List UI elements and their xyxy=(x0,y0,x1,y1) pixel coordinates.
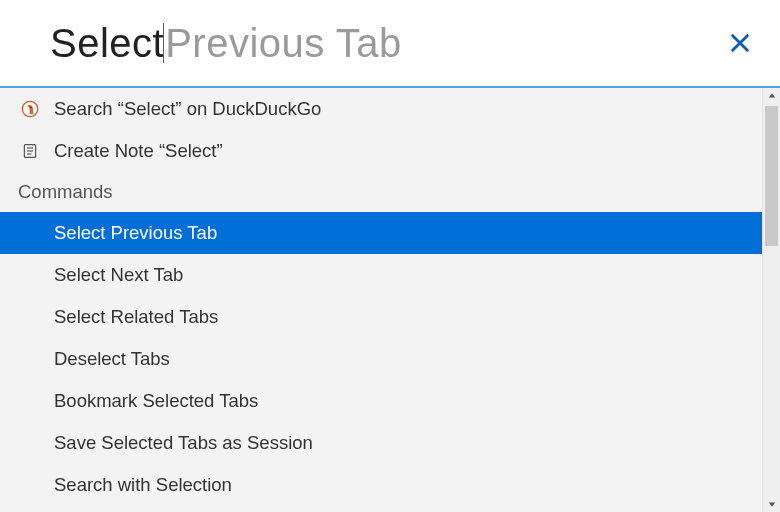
section-heading-commands: Commands xyxy=(0,172,762,212)
results-area: Search “Select” on DuckDuckGo Create Not… xyxy=(0,88,780,512)
svg-point-2 xyxy=(30,107,32,109)
search-input[interactable]: Select Previous Tab xyxy=(50,13,720,73)
command-select-related-tabs[interactable]: Select Related Tabs xyxy=(0,296,762,338)
command-label: Bookmark Selected Tabs xyxy=(54,390,258,412)
scroll-thumb[interactable] xyxy=(765,106,778,246)
action-label: Search “Select” on DuckDuckGo xyxy=(54,98,321,120)
note-icon xyxy=(18,142,42,160)
text-caret xyxy=(163,23,164,63)
header: Select Previous Tab xyxy=(0,0,780,86)
action-search-duckduckgo[interactable]: Search “Select” on DuckDuckGo xyxy=(0,88,762,130)
results-list: Search “Select” on DuckDuckGo Create Not… xyxy=(0,88,762,512)
command-label: Select Previous Tab xyxy=(54,222,217,244)
quick-commands-panel: Select Previous Tab Search “Select” on D… xyxy=(0,0,780,512)
command-label: Deselect Tabs xyxy=(54,348,170,370)
command-select-next-tab[interactable]: Select Next Tab xyxy=(0,254,762,296)
close-button[interactable] xyxy=(720,23,760,63)
command-label: Select Related Tabs xyxy=(54,306,218,328)
command-label: Search with Selection xyxy=(54,474,232,496)
command-search-with-selection[interactable]: Search with Selection xyxy=(0,464,762,506)
command-save-selected-tabs-session[interactable]: Save Selected Tabs as Session xyxy=(0,422,762,464)
scroll-up-arrow-icon[interactable] xyxy=(763,88,780,104)
command-deselect-tabs[interactable]: Deselect Tabs xyxy=(0,338,762,380)
duckduckgo-icon xyxy=(18,99,42,119)
search-typed-text: Select xyxy=(50,21,164,66)
command-bookmark-selected-tabs[interactable]: Bookmark Selected Tabs xyxy=(0,380,762,422)
command-select-previous-tab[interactable]: Select Previous Tab xyxy=(0,212,762,254)
section-label: Commands xyxy=(18,181,113,203)
search-suggestion-text: Previous Tab xyxy=(165,21,402,66)
close-icon xyxy=(729,32,751,54)
scrollbar[interactable] xyxy=(762,88,780,512)
scroll-down-arrow-icon[interactable] xyxy=(763,496,780,512)
action-create-note[interactable]: Create Note “Select” xyxy=(0,130,762,172)
command-label: Save Selected Tabs as Session xyxy=(54,432,313,454)
action-label: Create Note “Select” xyxy=(54,140,223,162)
command-label: Select Next Tab xyxy=(54,264,183,286)
